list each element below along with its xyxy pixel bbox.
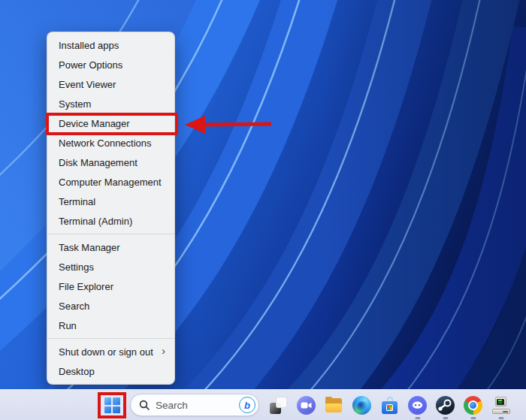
retro-pc-app-icon — [492, 397, 510, 414]
steam-icon — [436, 396, 455, 415]
menu-item-label: Installed apps — [59, 40, 119, 51]
menu-item-settings[interactable]: Settings — [47, 257, 174, 276]
bing-icon[interactable]: b — [239, 397, 255, 413]
discord-button[interactable] — [404, 390, 431, 420]
steam-button[interactable] — [431, 390, 459, 420]
menu-item-label: Device Manager — [59, 118, 130, 129]
menu-item-label: Disk Management — [59, 157, 138, 168]
desktop: Installed apps Power Options Event Viewe… — [0, 0, 526, 420]
chevron-right-icon: › — [162, 346, 165, 356]
menu-item-label: File Explorer — [59, 281, 113, 292]
magnifier-icon — [139, 400, 150, 410]
running-indicator — [443, 417, 448, 419]
menu-divider — [47, 234, 174, 234]
menu-item-label: Network Connections — [59, 137, 152, 149]
menu-item-label: Computer Management — [59, 177, 162, 188]
menu-item-label: Event Viewer — [59, 79, 116, 90]
winx-context-menu: Installed apps Power Options Event Viewe… — [47, 32, 175, 385]
menu-item-run[interactable]: Run — [47, 316, 174, 335]
menu-item-disk-management[interactable]: Disk Management — [47, 153, 174, 172]
menu-item-device-manager[interactable]: Device Manager — [47, 113, 174, 133]
menu-item-shutdown-or-sign-out[interactable]: Shut down or sign out › — [47, 342, 174, 361]
menu-divider — [47, 338, 174, 339]
menu-item-file-explorer[interactable]: File Explorer — [47, 276, 174, 296]
menu-item-network-connections[interactable]: Network Connections — [47, 133, 174, 153]
menu-item-power-options[interactable]: Power Options — [47, 55, 174, 74]
menu-item-event-viewer[interactable]: Event Viewer — [47, 74, 174, 94]
menu-item-label: Terminal — [59, 196, 95, 207]
menu-item-label: Shut down or sign out — [59, 346, 153, 358]
start-button[interactable] — [98, 392, 126, 418]
menu-item-label: Task Manager — [59, 242, 120, 253]
running-indicator — [470, 417, 476, 419]
running-indicator — [498, 417, 503, 419]
file-explorer-icon — [325, 398, 343, 412]
taskbar-icons — [265, 390, 515, 420]
discord-icon — [408, 396, 427, 415]
edge-icon — [352, 396, 371, 415]
menu-item-search[interactable]: Search — [47, 296, 174, 316]
menu-item-computer-management[interactable]: Computer Management — [47, 172, 174, 192]
menu-item-label: Terminal (Admin) — [59, 216, 132, 227]
microsoft-store-button[interactable] — [376, 390, 404, 420]
menu-item-system[interactable]: System — [47, 94, 174, 113]
menu-item-label: Power Options — [59, 59, 122, 71]
menu-item-label: System — [59, 98, 91, 110]
menu-item-label: Run — [59, 320, 77, 331]
chrome-icon — [464, 396, 482, 415]
taskbar-search-box[interactable]: Search b — [130, 394, 259, 416]
menu-item-task-manager[interactable]: Task Manager — [47, 237, 174, 257]
taskbar: Search b — [0, 389, 526, 420]
windows-logo-icon — [104, 397, 120, 413]
retro-pc-app-button[interactable] — [487, 390, 515, 420]
running-indicator — [415, 417, 420, 419]
edge-button[interactable] — [348, 390, 376, 420]
task-view-icon — [270, 397, 287, 414]
menu-item-terminal[interactable]: Terminal — [47, 192, 174, 211]
menu-item-label: Search — [59, 301, 89, 312]
menu-item-label: Desktop — [59, 366, 95, 377]
menu-item-installed-apps[interactable]: Installed apps — [47, 35, 174, 55]
task-view-button[interactable] — [265, 390, 292, 420]
chat-icon — [297, 396, 316, 415]
search-placeholder: Search — [156, 400, 188, 411]
menu-item-terminal-admin[interactable]: Terminal (Admin) — [47, 211, 174, 231]
chrome-button[interactable] — [459, 390, 487, 420]
menu-item-label: Settings — [59, 261, 94, 273]
microsoft-store-icon — [381, 397, 398, 414]
file-explorer-button[interactable] — [320, 390, 348, 420]
chat-button[interactable] — [292, 390, 320, 420]
menu-item-desktop[interactable]: Desktop — [47, 361, 174, 381]
